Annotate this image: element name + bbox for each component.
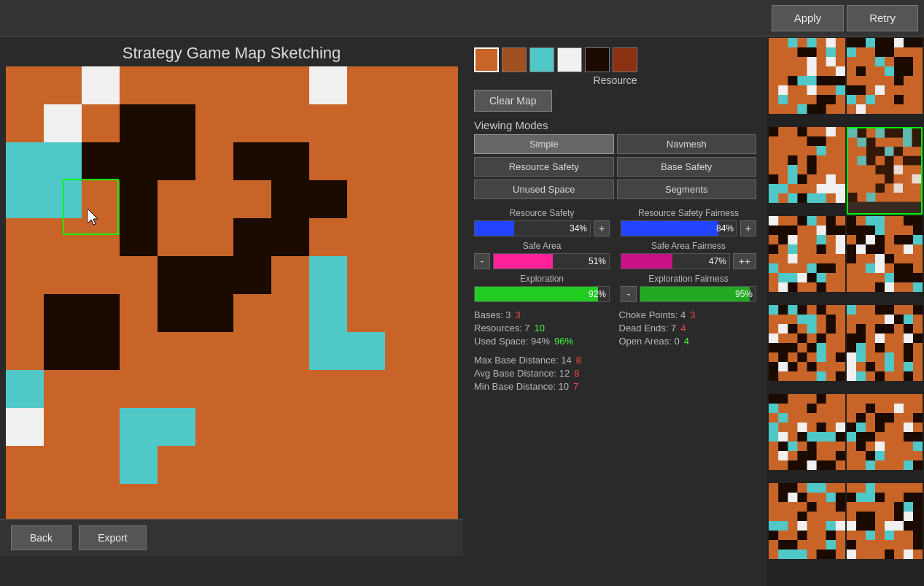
thumbnail-0[interactable] (769, 38, 845, 126)
exploration-fairness-minus[interactable]: - (621, 286, 637, 302)
exploration-stat: Exploration 92% (474, 274, 610, 302)
resource-safety-fairness-bar-row: 84% + (621, 220, 756, 236)
svg-marker-0 (88, 209, 98, 225)
avg-base-distance-row: Avg Base Distance: 12 8 (474, 368, 612, 379)
mode-base-safety[interactable]: Base Safety (617, 157, 757, 177)
open-areas-row: Open Areas: 0 4 (619, 336, 757, 347)
thumbnail-4[interactable] (769, 216, 845, 304)
stats-section: Resource Safety 34% + Safe Area - (474, 208, 756, 302)
clear-map-button[interactable]: Clear Map (474, 90, 552, 112)
exploration-fairness-value: 95% (735, 289, 753, 299)
exploration-label: Exploration (474, 274, 610, 284)
resource-safety-label: Resource Safety (474, 208, 610, 218)
thumbnail-3[interactable] (847, 127, 923, 215)
mode-resource-safety[interactable]: Resource Safety (474, 157, 614, 177)
left-section: Strategy Game Map Sketching Back Export (0, 36, 463, 586)
viewing-modes-label: Viewing Modes (474, 119, 756, 131)
safe-area-fairness-bar (621, 254, 672, 269)
bottom-bar: Back Export (0, 519, 463, 556)
exploration-value: 92% (589, 289, 606, 299)
swatch-rust[interactable] (613, 47, 637, 72)
resource-safety-stat: Resource Safety 34% + (474, 208, 610, 236)
thumbnail-11[interactable] (847, 483, 923, 571)
numbers-section: Bases: 3 3 Resources: 7 10 Used Space: 9… (474, 309, 756, 392)
resource-safety-bar (475, 221, 514, 236)
mode-navmesh[interactable]: Navmesh (617, 134, 757, 154)
open-areas-label: Open Areas: 0 (619, 336, 680, 347)
resources-label: Resources: 7 (474, 323, 530, 334)
swatch-dark-orange[interactable] (502, 47, 527, 72)
bases-value: 3 (516, 309, 521, 320)
resource-safety-fairness-bar (621, 221, 718, 236)
dead-ends-label: Dead Ends: 7 (619, 323, 677, 334)
resource-label: Resource (474, 74, 756, 86)
thumbnail-6[interactable] (769, 305, 845, 393)
avg-base-distance-value: 8 (574, 368, 579, 379)
swatch-row (474, 47, 756, 72)
resource-safety-bar-container: 34% (474, 220, 591, 236)
thumbnail-7[interactable] (847, 305, 923, 393)
resource-safety-bar-row: 34% + (474, 220, 610, 236)
used-space-row: Used Space: 94% 96% (474, 336, 612, 347)
resource-safety-value: 34% (570, 223, 587, 234)
exploration-bar-container: 92% (474, 286, 610, 302)
max-base-distance-label: Max Base Distance: 14 (474, 355, 572, 366)
thumbnail-10[interactable] (769, 483, 845, 571)
exploration-fairness-bar-container: 95% (640, 286, 756, 302)
safe-area-minus[interactable]: - (474, 253, 490, 269)
bases-row: Bases: 3 3 (474, 309, 612, 320)
back-button[interactable]: Back (11, 525, 71, 550)
safe-area-bar (494, 254, 553, 269)
thumbnail-5[interactable] (847, 216, 923, 304)
safe-area-value: 51% (589, 256, 606, 266)
thumbnail-2[interactable] (769, 127, 845, 215)
top-bar: Apply Retry (0, 0, 924, 36)
used-space-value: 96% (554, 336, 573, 347)
exploration-bar-row: 92% (474, 286, 610, 302)
choke-points-label: Choke Points: 4 (619, 309, 686, 320)
middle-section: Resource Clear Map Viewing Modes Simple … (463, 36, 767, 586)
apply-button[interactable]: Apply (772, 5, 845, 31)
swatch-cyan[interactable] (529, 47, 554, 72)
safe-area-fairness-plusplus[interactable]: ++ (733, 253, 756, 269)
resource-safety-fairness-plus[interactable]: + (740, 220, 756, 236)
choke-points-value: 3 (690, 309, 695, 320)
resource-safety-fairness-bar-container: 84% (621, 220, 737, 236)
exploration-bar (475, 287, 598, 301)
resource-safety-fairness-stat: Resource Safety Fairness 84% + (621, 208, 756, 236)
mode-simple[interactable]: Simple (474, 134, 614, 154)
dead-ends-value: 4 (680, 323, 686, 334)
export-button[interactable]: Export (79, 525, 146, 550)
resource-safety-fairness-label: Resource Safety Fairness (621, 208, 756, 218)
open-areas-value: 4 (684, 336, 689, 347)
safe-area-fairness-bar-container: 47% (621, 253, 730, 269)
exploration-fairness-label: Exploration Fairness (621, 274, 756, 284)
map-canvas[interactable] (6, 66, 458, 519)
mode-segments[interactable]: Segments (617, 180, 757, 199)
safe-area-fairness-stat: Safe Area Fairness 47% ++ (621, 241, 756, 269)
cursor-icon (88, 209, 102, 226)
used-space-label: Used Space: 94% (474, 336, 550, 347)
choke-points-row: Choke Points: 4 3 (619, 309, 757, 320)
safe-area-label: Safe Area (474, 241, 610, 251)
swatch-orange[interactable] (474, 47, 499, 72)
safe-area-bar-container: 51% (493, 253, 610, 269)
thumbnail-8[interactable] (769, 394, 845, 482)
thumbnails-panel (767, 36, 924, 586)
numbers-col-left: Bases: 3 3 Resources: 7 10 Used Space: 9… (474, 309, 612, 392)
swatch-dark-brown[interactable] (585, 47, 610, 72)
max-base-distance-value: 8 (576, 355, 581, 366)
map-drawing-canvas[interactable] (6, 66, 458, 519)
mode-unused-space[interactable]: Unused Space (474, 180, 614, 199)
thumbnail-1[interactable] (847, 38, 923, 126)
content-wrapper: Strategy Game Map Sketching Back Export … (0, 36, 924, 586)
resources-value: 10 (535, 323, 545, 334)
max-base-distance-row: Max Base Distance: 14 8 (474, 355, 612, 366)
thumbnail-9[interactable] (847, 394, 923, 482)
exploration-fairness-stat: Exploration Fairness - 95% (621, 274, 756, 302)
retry-button[interactable]: Retry (847, 5, 918, 31)
resource-safety-plus[interactable]: + (594, 220, 610, 236)
viewing-modes-grid: Simple Navmesh Resource Safety Base Safe… (474, 134, 756, 199)
resources-row: Resources: 7 10 (474, 323, 612, 334)
swatch-white[interactable] (557, 47, 582, 72)
